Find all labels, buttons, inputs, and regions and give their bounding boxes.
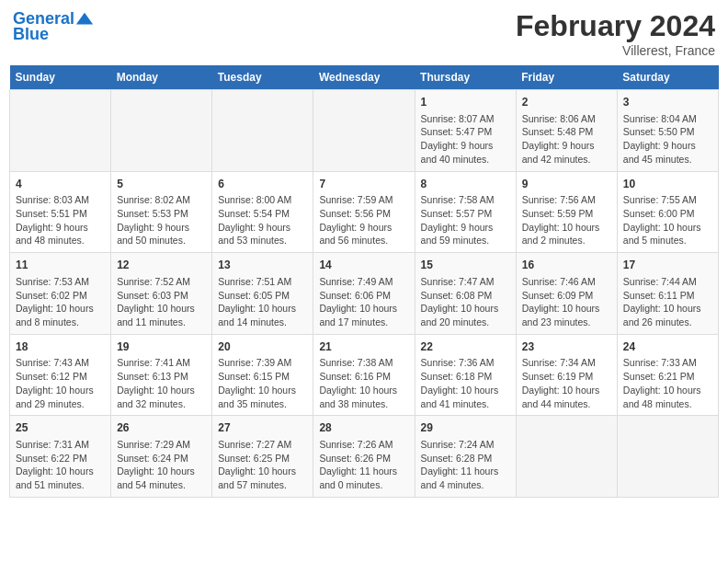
- day-number: 12: [117, 258, 206, 273]
- calendar-cell: [212, 90, 313, 172]
- day-info: Sunset: 5:53 PM: [117, 207, 206, 221]
- calendar-cell: 21Sunrise: 7:38 AMSunset: 6:16 PMDayligh…: [313, 334, 415, 416]
- calendar-cell: [111, 90, 212, 172]
- day-info: Daylight: 10 hours: [421, 302, 510, 316]
- day-number: 10: [623, 177, 712, 192]
- day-info: Sunset: 6:25 PM: [218, 452, 307, 465]
- day-info: and 14 minutes.: [218, 316, 307, 329]
- day-info: Sunrise: 8:07 AM: [421, 112, 510, 126]
- day-number: 22: [421, 339, 510, 355]
- calendar-cell: 14Sunrise: 7:49 AMSunset: 6:06 PMDayligh…: [313, 253, 415, 335]
- calendar-cell: 26Sunrise: 7:29 AMSunset: 6:24 PMDayligh…: [111, 416, 212, 498]
- day-info: Daylight: 11 hours: [319, 465, 408, 478]
- calendar-cell: 8Sunrise: 7:58 AMSunset: 5:57 PMDaylight…: [415, 171, 516, 253]
- day-info: Sunset: 6:03 PM: [117, 289, 206, 303]
- svg-marker-0: [76, 13, 93, 25]
- day-info: and 42 minutes.: [522, 153, 611, 167]
- day-number: 4: [16, 177, 105, 192]
- day-number: 5: [117, 177, 206, 192]
- day-info: and 23 minutes.: [522, 316, 611, 329]
- calendar-cell: 16Sunrise: 7:46 AMSunset: 6:09 PMDayligh…: [516, 253, 617, 335]
- calendar-cell: 25Sunrise: 7:31 AMSunset: 6:22 PMDayligh…: [10, 416, 111, 498]
- day-info: Sunrise: 7:27 AM: [218, 438, 307, 452]
- page-title: February 2024: [516, 9, 715, 43]
- week-row-4: 18Sunrise: 7:43 AMSunset: 6:12 PMDayligh…: [10, 334, 719, 416]
- day-info: and 54 minutes.: [117, 478, 206, 492]
- day-info: Sunset: 5:51 PM: [16, 207, 105, 221]
- day-info: Sunrise: 7:29 AM: [117, 438, 206, 452]
- calendar-cell: 12Sunrise: 7:52 AMSunset: 6:03 PMDayligh…: [111, 253, 212, 335]
- day-info: Sunset: 6:18 PM: [421, 370, 510, 384]
- day-info: and 32 minutes.: [117, 397, 206, 411]
- calendar-cell: [617, 416, 718, 498]
- calendar-cell: 15Sunrise: 7:47 AMSunset: 6:08 PMDayligh…: [415, 253, 516, 335]
- page-header: General Blue February 2024 Villerest, Fr…: [9, 9, 719, 58]
- day-info: Daylight: 10 hours: [522, 384, 611, 397]
- day-number: 25: [16, 420, 105, 436]
- day-info: Sunset: 6:28 PM: [421, 452, 510, 465]
- day-info: Sunset: 6:00 PM: [623, 207, 712, 221]
- day-info: Sunset: 5:48 PM: [522, 125, 611, 139]
- day-info: Sunset: 6:06 PM: [319, 289, 408, 303]
- calendar-cell: 11Sunrise: 7:53 AMSunset: 6:02 PMDayligh…: [10, 253, 111, 335]
- day-info: Daylight: 9 hours: [218, 221, 307, 235]
- day-info: and 11 minutes.: [117, 316, 206, 329]
- day-info: Sunset: 6:19 PM: [522, 370, 611, 384]
- days-header-row: SundayMondayTuesdayWednesdayThursdayFrid…: [10, 65, 719, 90]
- day-info: Sunrise: 7:58 AM: [421, 193, 510, 207]
- day-info: Sunset: 6:11 PM: [623, 289, 712, 303]
- day-info: and 59 minutes.: [421, 234, 510, 247]
- calendar-cell: 7Sunrise: 7:59 AMSunset: 5:56 PMDaylight…: [313, 171, 415, 253]
- logo: General Blue: [13, 9, 95, 44]
- day-info: Sunrise: 7:24 AM: [421, 438, 510, 452]
- day-info: Sunrise: 7:59 AM: [319, 193, 408, 207]
- header-wednesday: Wednesday: [313, 65, 415, 90]
- day-info: Daylight: 9 hours: [522, 139, 611, 153]
- day-number: 11: [16, 258, 105, 273]
- day-info: Sunrise: 7:52 AM: [117, 275, 206, 289]
- day-info: Sunrise: 7:34 AM: [522, 356, 611, 370]
- day-info: and 8 minutes.: [16, 316, 105, 329]
- calendar-table: SundayMondayTuesdayWednesdayThursdayFrid…: [9, 65, 719, 498]
- day-info: Daylight: 10 hours: [218, 302, 307, 316]
- day-number: 7: [319, 177, 408, 192]
- calendar-cell: [313, 90, 415, 172]
- header-friday: Friday: [516, 65, 617, 90]
- day-info: Sunset: 6:15 PM: [218, 370, 307, 384]
- calendar-cell: 6Sunrise: 8:00 AMSunset: 5:54 PMDaylight…: [212, 171, 313, 253]
- day-number: 6: [218, 177, 307, 192]
- day-number: 13: [218, 258, 307, 273]
- week-row-3: 11Sunrise: 7:53 AMSunset: 6:02 PMDayligh…: [10, 253, 719, 335]
- day-number: 21: [319, 339, 408, 355]
- day-info: Sunrise: 7:33 AM: [623, 356, 712, 370]
- day-info: Daylight: 10 hours: [421, 384, 510, 397]
- day-info: and 57 minutes.: [218, 478, 307, 492]
- day-info: and 4 minutes.: [421, 478, 510, 492]
- day-info: Sunrise: 7:38 AM: [319, 356, 408, 370]
- day-info: and 41 minutes.: [421, 397, 510, 411]
- day-info: Sunset: 6:16 PM: [319, 370, 408, 384]
- day-info: Sunrise: 7:39 AM: [218, 356, 307, 370]
- day-info: and 51 minutes.: [16, 478, 105, 492]
- day-info: and 2 minutes.: [522, 234, 611, 247]
- day-info: Daylight: 10 hours: [16, 302, 105, 316]
- day-info: Daylight: 10 hours: [16, 465, 105, 478]
- day-number: 18: [16, 339, 105, 355]
- calendar-cell: 1Sunrise: 8:07 AMSunset: 5:47 PMDaylight…: [415, 90, 516, 172]
- day-number: 8: [421, 177, 510, 192]
- day-info: Sunrise: 7:56 AM: [522, 193, 611, 207]
- day-info: Sunrise: 8:06 AM: [522, 112, 611, 126]
- day-info: and 17 minutes.: [319, 316, 408, 329]
- header-sunday: Sunday: [10, 65, 111, 90]
- day-number: 3: [623, 95, 712, 110]
- day-info: and 38 minutes.: [319, 397, 408, 411]
- calendar-cell: 24Sunrise: 7:33 AMSunset: 6:21 PMDayligh…: [617, 334, 718, 416]
- calendar-cell: 4Sunrise: 8:03 AMSunset: 5:51 PMDaylight…: [10, 171, 111, 253]
- day-info: Sunrise: 7:46 AM: [522, 275, 611, 289]
- day-info: Daylight: 10 hours: [117, 465, 206, 478]
- calendar-cell: 22Sunrise: 7:36 AMSunset: 6:18 PMDayligh…: [415, 334, 516, 416]
- day-info: Sunset: 6:12 PM: [16, 370, 105, 384]
- calendar-cell: 19Sunrise: 7:41 AMSunset: 6:13 PMDayligh…: [111, 334, 212, 416]
- day-info: Daylight: 10 hours: [623, 221, 712, 235]
- day-number: 27: [218, 420, 307, 436]
